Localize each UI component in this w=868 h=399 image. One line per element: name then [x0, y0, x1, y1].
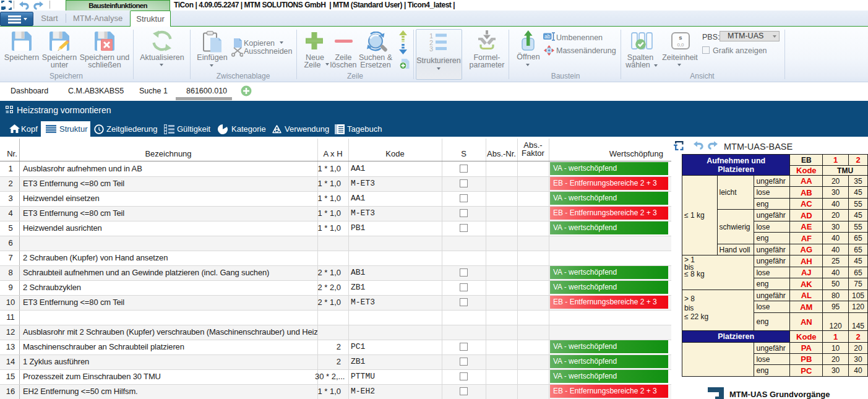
svg-text:0,0: 0,0 — [677, 42, 684, 48]
svg-text:ab: ab — [544, 33, 551, 40]
svg-text:s: s — [679, 34, 682, 41]
svg-text:3: 3 — [429, 45, 433, 52]
